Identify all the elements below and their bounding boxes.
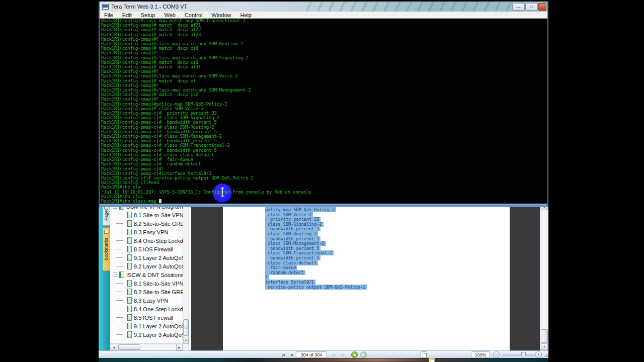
menu-control[interactable]: Control xyxy=(180,12,207,18)
bookmark-page-icon xyxy=(127,323,132,329)
zoom-level-field[interactable]: 100% xyxy=(471,351,490,358)
bookmark-item-label: 8.1 Site-to-Site VPN xyxy=(134,281,183,287)
bookmark-item[interactable]: 8.5 IOS Firewall xyxy=(110,245,183,253)
bookmark-item-label: 8.4 One-Step Lockdown xyxy=(134,306,183,312)
last-page-button[interactable]: ▶| xyxy=(339,351,346,358)
bookmark-page-icon xyxy=(127,220,132,227)
page-vertical-scrollbar[interactable]: ▲ ▼ xyxy=(540,203,548,350)
collapse-minus-icon[interactable]: − xyxy=(113,273,117,277)
bookmark-page-icon xyxy=(127,331,132,338)
text-ibeam-cursor xyxy=(220,188,225,197)
bookmark-item[interactable]: 8.4 One-Step Lockdown xyxy=(110,236,183,245)
zoom-in-button[interactable]: + xyxy=(535,351,542,358)
scroll-right-button[interactable]: ▶ xyxy=(176,344,183,350)
scrollbar-thumb[interactable] xyxy=(541,329,548,343)
bookmark-item[interactable]: 8.1 Site-to-Site VPN xyxy=(110,279,183,288)
zoom-slider-track[interactable] xyxy=(502,354,534,356)
bookmarks-panel: −DBM Inc VPN Diagram8.1 Site-to-Site VPN… xyxy=(110,203,189,350)
tera-term-window: Tera Term Web 3.1 - COM3 VT — □ FileEdit… xyxy=(99,2,548,207)
bookmark-item-label: 9.1 Layer 2 AutoQoS xyxy=(134,255,183,261)
bookmark-item[interactable]: 8.2 Site-to-Site GRE over IPsec xyxy=(110,219,183,228)
scrollbar-thumb[interactable] xyxy=(118,344,140,350)
menu-setup[interactable]: Setup xyxy=(136,12,160,18)
close-button[interactable] xyxy=(538,3,546,11)
bookmark-item-label: 8.3 Easy VPN xyxy=(134,229,168,235)
title-bar[interactable]: Tera Term Web 3.1 - COM3 VT xyxy=(100,2,547,12)
terminal-screen[interactable]: Rack1R1(config)#class-map match-any SDM-… xyxy=(100,19,547,204)
bookmark-item[interactable]: 8.3 Easy VPN xyxy=(110,228,183,236)
terminal-output: Rack1R1(config)#class-map match-any SDM-… xyxy=(101,19,311,204)
next-page-icon: ▶ xyxy=(333,353,335,357)
menu-file[interactable]: File xyxy=(100,12,118,18)
continuous-view-button[interactable] xyxy=(429,358,435,362)
maximize-button[interactable]: □ xyxy=(525,3,538,11)
single-page-view-button[interactable] xyxy=(421,351,427,358)
bookmark-item-label: 8.1 Site-to-Site VPN xyxy=(134,212,183,218)
bookmark-page-icon xyxy=(127,229,132,235)
first-page-icon: |◀ xyxy=(282,353,284,357)
bookmarks-tree: −DBM Inc VPN Diagram8.1 Site-to-Site VPN… xyxy=(110,203,183,339)
scroll-down-button[interactable]: ▼ xyxy=(541,343,548,350)
window-bottom-border xyxy=(100,204,547,207)
previous-page-icon: ◀ xyxy=(290,353,292,357)
bookmarks-vertical-scrollbar[interactable]: ≡ ▼ xyxy=(183,203,189,343)
bookmark-page-icon xyxy=(127,314,132,321)
window-resize-grip[interactable]: ◢ xyxy=(544,352,548,357)
bookmark-item[interactable]: 8.2 Site-to-Site GRE over IPsec xyxy=(110,288,183,296)
bookmark-item[interactable]: 9.1 Layer 2 AutoQoS xyxy=(110,253,183,262)
menu-help[interactable]: Help xyxy=(235,12,256,18)
bookmark-item[interactable]: 8.3 Easy VPN xyxy=(110,296,183,305)
terminal-line: Rack1R1#sho class-map xyxy=(101,199,311,204)
bookmark-item[interactable]: 9.1 Layer 2 AutoQoS xyxy=(110,322,183,330)
zoom-slider-thumb[interactable] xyxy=(521,352,526,357)
bookmark-page-icon xyxy=(127,246,132,252)
menu-edit[interactable]: Edit xyxy=(118,12,136,18)
previous-page-button[interactable]: ◀ xyxy=(288,351,294,358)
scrollbar-thumb[interactable]: ≡ xyxy=(183,319,189,336)
bookmark-page-icon xyxy=(119,272,124,278)
bookmark-item-label: 9.1 Layer 2 AutoQoS xyxy=(134,323,183,329)
page-number-field[interactable]: 304 of 304 xyxy=(296,351,327,358)
bookmark-item-label: 8.3 Easy VPN xyxy=(134,298,168,304)
bookmark-item-label: 9.2 Layer 3 AutoQoS xyxy=(134,263,183,269)
menu-window[interactable]: Window xyxy=(207,12,235,18)
bookmark-item-label: 9.2 Layer 3 AutoQoS xyxy=(134,332,183,338)
bookmark-page-icon xyxy=(127,280,132,287)
tab-bookmarks[interactable]: Bookmarks xyxy=(103,227,110,271)
pdf-page[interactable]: policy-map SDM-QoS-Policy-2 class SDM-Vo… xyxy=(223,203,510,350)
terminal-block-cursor xyxy=(159,199,162,203)
bookmark-item[interactable]: 8.1 Site-to-Site VPN xyxy=(110,211,183,219)
menu-web[interactable]: Web xyxy=(159,12,180,18)
bookmark-item[interactable]: 9.2 Layer 3 AutoQoS xyxy=(110,262,183,270)
bookmark-page-icon xyxy=(127,212,132,218)
bookmark-page-icon xyxy=(127,289,132,295)
scroll-down-button[interactable]: ▼ xyxy=(183,337,189,343)
tab-bookmarks-label: Bookmarks xyxy=(104,238,109,260)
minimize-button[interactable]: — xyxy=(512,3,525,11)
bookmark-item[interactable]: 8.4 One-Step Lockdown xyxy=(110,305,183,313)
bookmark-group[interactable]: −ISCW & ONT Solutions xyxy=(110,270,183,279)
pdf-page-area[interactable]: policy-map SDM-QoS-Policy-2 class SDM-Vo… xyxy=(191,203,540,350)
scroll-left-button[interactable]: ◀ xyxy=(111,344,117,350)
bookmark-item-label: 8.2 Site-to-Site GRE over IPsec xyxy=(134,221,183,227)
bookmark-page-icon xyxy=(127,237,132,244)
pdf-viewer-window: Pages Bookmarks −DBM Inc VPN Diagram8.1 … xyxy=(99,203,548,358)
selected-text-block[interactable]: policy-map SDM-QoS-Policy-2 class SDM-Vo… xyxy=(265,208,367,290)
selected-config-line: service-policy output SDM-QoS-Policy-2 xyxy=(265,285,367,290)
bookmark-group-label: ISCW & ONT Solutions xyxy=(126,272,183,278)
bookmarks-horizontal-scrollbar[interactable]: ◀ ▶ xyxy=(110,343,189,350)
pdf-bottom-toolbar: |◀ ◀ 304 of 304 ▶ ▶| ◀ ▶ 100% − + ◢ xyxy=(99,350,548,358)
bookmark-item[interactable]: 9.2 Layer 3 AutoQoS xyxy=(110,330,183,339)
next-view-button[interactable]: ▶ xyxy=(360,351,367,358)
bookmark-page-icon xyxy=(127,263,132,269)
previous-view-button[interactable]: ◀ xyxy=(351,351,358,358)
menu-bar: FileEditSetupWebControlWindowHelp xyxy=(100,12,547,19)
bookmark-item-label: 8.2 Site-to-Site GRE over IPsec xyxy=(134,289,183,295)
bookmark-item-label: 8.5 IOS Firewall xyxy=(134,315,173,321)
zoom-out-button[interactable]: − xyxy=(493,351,500,358)
next-page-button[interactable]: ▶ xyxy=(331,351,337,358)
desktop-wallpaper-strip xyxy=(99,358,548,362)
bookmark-item[interactable]: 8.5 IOS Firewall xyxy=(110,313,183,322)
bookmark-page-icon xyxy=(127,254,132,261)
first-page-button[interactable]: |◀ xyxy=(280,351,287,358)
